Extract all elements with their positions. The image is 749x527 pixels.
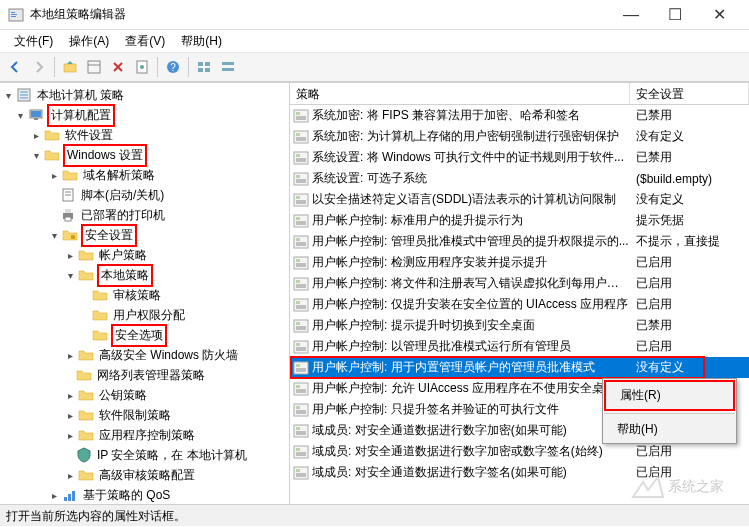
chevron-right-icon[interactable]: ▸ bbox=[30, 129, 42, 141]
show-hide-button[interactable] bbox=[83, 56, 105, 78]
svg-rect-5 bbox=[88, 61, 100, 73]
tree-pubkey[interactable]: ▸ 公钥策略 bbox=[0, 385, 289, 405]
tree-software[interactable]: ▸ 软件设置 bbox=[0, 125, 289, 145]
folder-icon bbox=[44, 127, 60, 143]
list-body[interactable]: 系统加密: 将 FIPS 兼容算法用于加密、哈希和签名已禁用系统加密: 为计算机… bbox=[290, 105, 749, 504]
svg-rect-46 bbox=[294, 173, 308, 185]
svg-rect-95 bbox=[296, 427, 300, 430]
chevron-down-icon[interactable]: ▾ bbox=[30, 149, 42, 161]
policy-row[interactable]: 用户帐户控制: 仅提升安装在安全位置的 UIAccess 应用程序已启用 bbox=[290, 294, 749, 315]
tree-secopts[interactable]: 安全选项 bbox=[0, 325, 289, 345]
policy-row[interactable]: 用户帐户控制: 标准用户的提升提示行为提示凭据 bbox=[290, 210, 749, 231]
policy-icon bbox=[293, 109, 309, 123]
menu-action[interactable]: 操作(A) bbox=[61, 31, 117, 52]
column-policy[interactable]: 策略 bbox=[290, 83, 630, 104]
tree-pane[interactable]: ▾ 本地计算机 策略 ▾ 计算机配置 ▸ 软件设置 ▾ Windows 设置 ▸… bbox=[0, 83, 290, 504]
chevron-right-icon[interactable]: ▸ bbox=[64, 429, 76, 441]
chevron-down-icon[interactable]: ▾ bbox=[2, 89, 14, 101]
tree-printer[interactable]: 已部署的打印机 bbox=[0, 205, 289, 225]
svg-rect-2 bbox=[11, 14, 17, 15]
policy-row[interactable]: 以安全描述符定义语言(SDDL)语法表示的计算机访问限制没有定义 bbox=[290, 189, 749, 210]
tree-windows-settings[interactable]: ▾ Windows 设置 bbox=[0, 145, 289, 165]
maximize-button[interactable]: ☐ bbox=[653, 0, 697, 30]
minimize-button[interactable]: — bbox=[609, 0, 653, 30]
tree-computer-config[interactable]: ▾ 计算机配置 bbox=[0, 105, 289, 125]
menu-view[interactable]: 查看(V) bbox=[117, 31, 173, 52]
security-icon bbox=[62, 227, 78, 243]
policy-row[interactable]: 系统加密: 将 FIPS 兼容算法用于加密、哈希和签名已禁用 bbox=[290, 105, 749, 126]
chevron-down-icon[interactable]: ▾ bbox=[14, 109, 26, 121]
chevron-right-icon[interactable]: ▸ bbox=[64, 469, 76, 481]
tree-security[interactable]: ▾ 安全设置 bbox=[0, 225, 289, 245]
folder-icon bbox=[78, 407, 94, 423]
tree-audit[interactable]: 审核策略 bbox=[0, 285, 289, 305]
policy-name: 用户帐户控制: 标准用户的提升提示行为 bbox=[312, 212, 630, 229]
menu-file[interactable]: 文件(F) bbox=[6, 31, 61, 52]
chevron-right-icon[interactable]: ▸ bbox=[64, 349, 76, 361]
svg-rect-39 bbox=[296, 133, 300, 136]
svg-rect-51 bbox=[296, 196, 300, 199]
tree-advfw[interactable]: ▸ 高级安全 Windows 防火墙 bbox=[0, 345, 289, 365]
tree-userrights[interactable]: 用户权限分配 bbox=[0, 305, 289, 325]
up-button[interactable] bbox=[59, 56, 81, 78]
chevron-down-icon[interactable]: ▾ bbox=[48, 229, 60, 241]
tree-netlist[interactable]: 网络列表管理器策略 bbox=[0, 365, 289, 385]
chevron-right-icon[interactable]: ▸ bbox=[48, 169, 60, 181]
tree-root[interactable]: ▾ 本地计算机 策略 bbox=[0, 85, 289, 105]
chevron-right-icon[interactable]: ▸ bbox=[64, 409, 76, 421]
tree-advaudit[interactable]: ▸ 高级审核策略配置 bbox=[0, 465, 289, 485]
tree-script[interactable]: 脚本(启动/关机) bbox=[0, 185, 289, 205]
policy-row[interactable]: 用户帐户控制: 以管理员批准模式运行所有管理员已启用 bbox=[290, 336, 749, 357]
policy-row[interactable]: 用户帐户控制: 检测应用程序安装并提示提升已启用 bbox=[290, 252, 749, 273]
svg-rect-74 bbox=[294, 320, 308, 332]
svg-rect-11 bbox=[198, 62, 203, 66]
policy-setting: 提示凭据 bbox=[630, 212, 684, 229]
menu-help[interactable]: 帮助(H) bbox=[173, 31, 230, 52]
tree-account[interactable]: ▸ 帐户策略 bbox=[0, 245, 289, 265]
context-help[interactable]: 帮助(H) bbox=[603, 416, 736, 443]
policy-row[interactable]: 用户帐户控制: 将文件和注册表写入错误虚拟化到每用户位置已启用 bbox=[290, 273, 749, 294]
policy-row[interactable]: 系统加密: 为计算机上存储的用户密钥强制进行强密钥保护没有定义 bbox=[290, 126, 749, 147]
policy-row[interactable]: 用户帐户控制: 提示提升时切换到安全桌面已禁用 bbox=[290, 315, 749, 336]
policy-icon bbox=[293, 151, 309, 165]
policy-icon bbox=[293, 361, 309, 375]
policy-row[interactable]: 用户帐户控制: 管理员批准模式中管理员的提升权限提示的...不提示，直接提 bbox=[290, 231, 749, 252]
policy-row[interactable]: 域成员: 对安全通道数据进行数字签名(如果可能)已启用 bbox=[290, 462, 749, 483]
folder-icon bbox=[78, 387, 94, 403]
options-button[interactable] bbox=[217, 56, 239, 78]
help-button[interactable]: ? bbox=[162, 56, 184, 78]
tree-appctrl[interactable]: ▸ 应用程序控制策略 bbox=[0, 425, 289, 445]
folder-icon bbox=[92, 287, 108, 303]
chevron-right-icon[interactable]: ▸ bbox=[64, 389, 76, 401]
chevron-down-icon[interactable]: ▾ bbox=[64, 269, 76, 281]
script-icon bbox=[60, 187, 76, 203]
svg-rect-86 bbox=[294, 383, 308, 395]
context-properties[interactable]: 属性(R) bbox=[604, 380, 735, 411]
filter-button[interactable] bbox=[193, 56, 215, 78]
policy-name: 用户帐户控制: 提示提升时切换到安全桌面 bbox=[312, 317, 630, 334]
qos-icon bbox=[62, 487, 78, 503]
policy-row[interactable]: 域成员: 对安全通道数据进行数字加密或数字签名(始终)已启用 bbox=[290, 441, 749, 462]
policy-setting: 已启用 bbox=[630, 338, 672, 355]
policy-row[interactable]: 系统设置: 可选子系统($build.empty) bbox=[290, 168, 749, 189]
svg-rect-3 bbox=[11, 16, 16, 17]
back-button[interactable] bbox=[4, 56, 26, 78]
forward-button[interactable] bbox=[28, 56, 50, 78]
tree-localpol[interactable]: ▾ 本地策略 bbox=[0, 265, 289, 285]
column-setting[interactable]: 安全设置 bbox=[630, 83, 749, 104]
close-button[interactable]: ✕ bbox=[697, 0, 741, 30]
policy-row[interactable]: 系统设置: 将 Windows 可执行文件中的证书规则用于软件...已禁用 bbox=[290, 147, 749, 168]
policy-row[interactable]: 用户帐户控制: 用于内置管理员帐户的管理员批准模式没有定义 bbox=[290, 357, 749, 378]
tree-qos[interactable]: ▸ 基于策略的 QoS bbox=[0, 485, 289, 504]
tree-softrestrict[interactable]: ▸ 软件限制策略 bbox=[0, 405, 289, 425]
tree-dns[interactable]: ▸ 域名解析策略 bbox=[0, 165, 289, 185]
tree-ipsec[interactable]: IP 安全策略，在 本地计算机 bbox=[0, 445, 289, 465]
delete-button[interactable] bbox=[107, 56, 129, 78]
properties-button[interactable] bbox=[131, 56, 153, 78]
chevron-right-icon[interactable]: ▸ bbox=[48, 489, 60, 501]
computer-icon bbox=[28, 107, 44, 123]
policy-name: 用户帐户控制: 仅提升安装在安全位置的 UIAccess 应用程序 bbox=[312, 296, 630, 313]
app-icon bbox=[8, 7, 24, 23]
chevron-right-icon[interactable]: ▸ bbox=[64, 249, 76, 261]
folder-icon bbox=[78, 267, 94, 283]
